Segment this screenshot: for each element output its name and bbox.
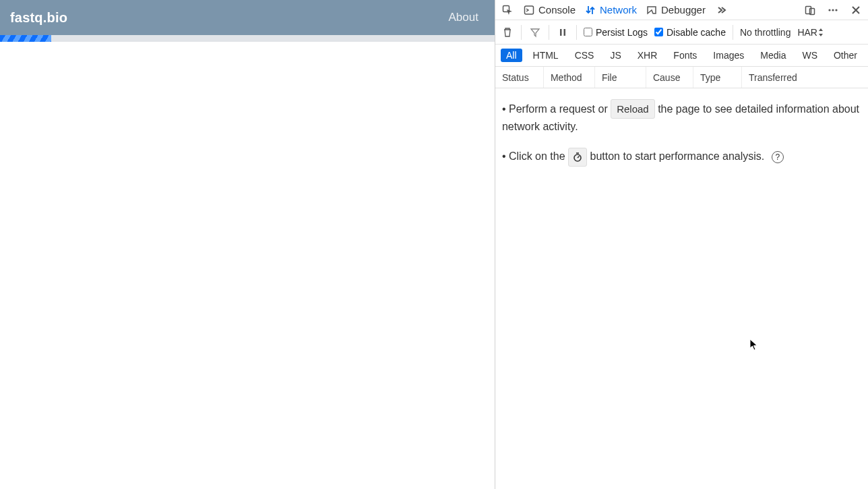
- network-empty-state: • Perform a request or Reload the page t…: [495, 88, 868, 489]
- filter-all[interactable]: All: [501, 49, 522, 62]
- persist-logs-label: Persist Logs: [596, 27, 648, 38]
- tab-debugger-label: Debugger: [661, 4, 706, 16]
- more-tabs-icon[interactable]: [715, 3, 728, 17]
- devtools: Console Network Debugger: [495, 0, 868, 489]
- page: fastq.bio About: [0, 0, 495, 489]
- stopwatch-button[interactable]: [568, 148, 587, 167]
- filter-js[interactable]: JS: [604, 49, 626, 62]
- filter-images[interactable]: Images: [708, 49, 749, 62]
- col-status[interactable]: Status: [495, 67, 544, 88]
- filter-css[interactable]: CSS: [569, 49, 600, 62]
- inspector-icon[interactable]: [501, 3, 514, 17]
- tab-debugger[interactable]: Debugger: [646, 4, 706, 16]
- col-method[interactable]: Method: [544, 67, 595, 88]
- devtools-tabs: Console Network Debugger: [495, 0, 868, 20]
- col-type[interactable]: Type: [693, 67, 742, 88]
- disable-cache-checkbox[interactable]: Disable cache: [654, 27, 726, 38]
- svg-rect-8: [563, 29, 565, 36]
- persist-logs-checkbox[interactable]: Persist Logs: [584, 27, 648, 38]
- filter-media[interactable]: Media: [755, 49, 791, 62]
- page-header: fastq.bio About: [0, 0, 495, 35]
- tab-console-label: Console: [538, 4, 576, 16]
- filter-xhr[interactable]: XHR: [632, 49, 663, 62]
- svg-point-5: [832, 9, 834, 11]
- col-transferred[interactable]: Transferred: [742, 67, 868, 88]
- progress-track: [0, 35, 495, 42]
- tab-network-label: Network: [600, 4, 637, 16]
- hint-reload: • Perform a request or Reload the page t…: [502, 99, 861, 136]
- tab-network[interactable]: Network: [585, 4, 637, 16]
- har-menu[interactable]: HAR: [797, 27, 824, 38]
- filter-other[interactable]: Other: [828, 49, 863, 62]
- about-link[interactable]: About: [449, 11, 478, 24]
- filter-fonts[interactable]: Fonts: [668, 49, 702, 62]
- hint-perf: • Click on the button to start performan…: [502, 148, 861, 167]
- filter-pills: All HTML CSS JS XHR Fonts Images Media W…: [495, 45, 868, 67]
- col-cause[interactable]: Cause: [646, 67, 693, 88]
- close-devtools-icon[interactable]: [849, 3, 863, 17]
- pause-icon[interactable]: [556, 26, 569, 39]
- svg-rect-7: [560, 29, 562, 36]
- reload-button[interactable]: Reload: [611, 99, 655, 119]
- network-toolbar: Persist Logs Disable cache No throttling…: [495, 20, 868, 45]
- clear-icon[interactable]: [501, 26, 514, 39]
- filter-icon[interactable]: [528, 26, 542, 39]
- kebab-menu-icon[interactable]: [826, 3, 840, 17]
- svg-point-6: [835, 9, 837, 11]
- svg-point-4: [828, 9, 830, 11]
- help-icon[interactable]: ?: [772, 151, 784, 163]
- col-file[interactable]: File: [595, 67, 646, 88]
- throttling-select[interactable]: No throttling: [740, 27, 790, 38]
- progress-bar: [0, 35, 51, 42]
- filter-ws[interactable]: WS: [797, 49, 823, 62]
- brand[interactable]: fastq.bio: [10, 10, 67, 26]
- disable-cache-label: Disable cache: [666, 27, 726, 38]
- filter-html[interactable]: HTML: [528, 49, 564, 62]
- tab-console[interactable]: Console: [524, 4, 576, 16]
- responsive-mode-icon[interactable]: [803, 3, 817, 17]
- network-columns: Status Method File Cause Type Transferre…: [495, 67, 868, 88]
- svg-rect-2: [806, 6, 811, 13]
